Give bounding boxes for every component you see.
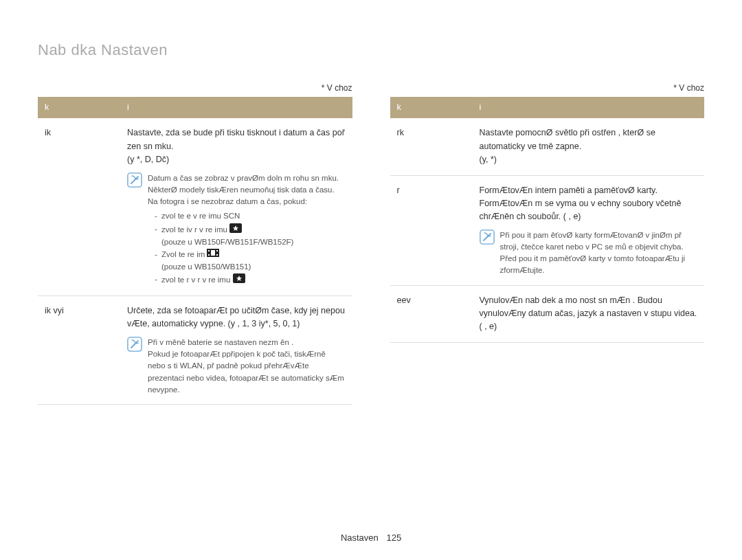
note-bullets: zvol te e v re imu SCN zvol te iv r v re… (155, 210, 339, 287)
note-line: Pokud je fotoaparÆt ppřipojen k poč tači… (148, 348, 346, 396)
left-column: * V choz k i ik Nastavte, zda se bude př… (38, 83, 352, 405)
right-column: * V choz k i rk Nastavte pomocnØ světlo … (390, 83, 705, 405)
note-text: Při v měně baterie se nastaven nezm ěn .… (148, 337, 346, 396)
col-header-desc: i (120, 97, 352, 118)
svg-rect-4 (208, 250, 210, 251)
note-icon (127, 337, 142, 352)
bullet-text: Zvol te re im (161, 250, 205, 258)
setting-key: ik vyi (38, 296, 120, 405)
note-block: Datum a čas se zobraz v pravØm doln m ro… (127, 172, 346, 288)
note-line: Datum a čas se zobraz v pravØm doln m ro… (148, 172, 339, 184)
settings-table-right: k i rk Nastavte pomocnØ světlo při ostře… (390, 97, 705, 343)
svg-rect-8 (211, 250, 215, 256)
list-item: Zvol te re im (pouze u WB150/WB151) (155, 249, 339, 273)
note-icon (480, 229, 495, 245)
note-line: NěkterØ modely tiskÆren neumoňuj tisk da… (148, 184, 339, 196)
bullet-sub: (pouze u WB150/WB151) (161, 261, 339, 273)
default-marker-left: * V choz (38, 83, 352, 93)
setting-desc: Nastavte pomocnØ světlo při ostřen , kte… (473, 118, 705, 175)
note-icon (127, 172, 142, 188)
desc-line: VynulovÆn nab dek a mo nost sn mÆn . Bud… (480, 294, 698, 334)
setting-desc: Určete, zda se fotoaparÆt po učitØm čase… (120, 296, 352, 405)
setting-desc: Nastavte, zda se bude při tisku tisknout… (120, 118, 352, 295)
desc-line: (y *, D, Dč) (127, 153, 346, 166)
setting-key: rk (390, 118, 473, 175)
footer-label: Nastaven (341, 533, 379, 543)
note-text: Při pou it pam ěťovØ karty formÆtovanØ v… (500, 229, 698, 277)
note-line: Na fotogra i se nezobraz datum a čas, po… (148, 196, 339, 208)
desc-line: Nastavte pomocnØ světlo při ostřen , kte… (480, 126, 698, 153)
desc-line: Určete, zda se fotoaparÆt po učitØm čase… (127, 304, 346, 331)
settings-table-left: k i ik Nastavte, zda se bude při tisku t… (38, 97, 352, 405)
page-title: Nab dka Nastaven (38, 41, 704, 59)
table-row: eev VynulovÆn nab dek a mo nost sn mÆn .… (390, 285, 705, 342)
table-row: ik vyi Určete, zda se fotoaparÆt po učit… (38, 296, 352, 405)
col-header-key: k (38, 97, 120, 118)
bullet-sub: (pouze u WB150F/WB151F/WB152F) (161, 236, 339, 248)
list-item: zvol te iv r v re imu (pouze u WB150F/WB… (155, 223, 339, 249)
setting-key: ik (38, 118, 120, 295)
setting-key: r (390, 175, 473, 285)
setting-desc: VynulovÆn nab dek a mo nost sn mÆn . Bud… (473, 285, 705, 342)
setting-desc: FormÆtovÆn intern paměti a paměťovØ kart… (473, 175, 705, 285)
note-line: Při v měně baterie se nastaven nezm ěn . (148, 337, 346, 348)
note-text: Datum a čas se zobraz v pravØm doln m ro… (148, 172, 339, 288)
page: Nab dka Nastaven * V choz k i ik Nasta (0, 0, 742, 560)
page-footer: Nastaven 125 (0, 533, 742, 543)
table-row: r FormÆtovÆn intern paměti a paměťovØ ka… (390, 175, 705, 285)
star-camera-icon (229, 223, 242, 236)
table-row: ik Nastavte, zda se bude při tisku tiskn… (38, 118, 352, 295)
columns: * V choz k i ik Nastavte, zda se bude př… (38, 83, 704, 405)
film-icon (207, 249, 219, 260)
default-marker-right: * V choz (390, 83, 705, 93)
note-line: Při pou it pam ěťovØ karty formÆtovanØ v… (500, 229, 698, 277)
list-item: zvol te r v r v re imu (155, 273, 339, 287)
footer-page-number: 125 (386, 533, 401, 543)
bullet-text: zvol te e v re imu SCN (161, 212, 240, 220)
desc-line: Nastavte, zda se bude při tisku tisknout… (127, 126, 346, 153)
table-row: rk Nastavte pomocnØ světlo při ostřen , … (390, 118, 705, 175)
bullet-text: zvol te r v r v re imu (161, 276, 230, 284)
desc-line: FormÆtovÆn intern paměti a paměťovØ kart… (480, 184, 698, 224)
note-block: Při pou it pam ěťovØ karty formÆtovanØ v… (480, 229, 698, 277)
note-block: Při v měně baterie se nastaven nezm ěn .… (127, 337, 346, 396)
desc-line: (y, *) (480, 153, 698, 166)
list-item: zvol te e v re imu SCN (155, 210, 339, 222)
star-camera-icon (233, 273, 245, 287)
svg-rect-6 (216, 250, 218, 251)
col-header-key: k (390, 97, 473, 118)
svg-rect-5 (208, 254, 210, 256)
col-header-desc: i (473, 97, 705, 118)
bullet-text: zvol te iv r v re imu (161, 225, 227, 233)
setting-key: eev (390, 285, 473, 342)
svg-rect-7 (216, 254, 218, 256)
